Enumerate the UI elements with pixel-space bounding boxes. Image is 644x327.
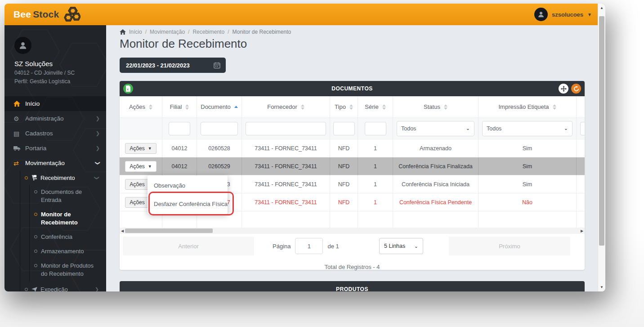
- refresh-button[interactable]: [571, 84, 581, 94]
- chevron-right-icon: ❯: [96, 145, 100, 151]
- home-icon: [13, 101, 25, 107]
- sort-icon: [149, 104, 152, 110]
- scroll-up-icon[interactable]: ▲: [598, 6, 605, 10]
- column-header-acoes[interactable]: Ações: [120, 96, 162, 118]
- table-header-row: Ações Filial Documento Fornecedor Tipo S…: [120, 96, 585, 118]
- column-header-tipo[interactable]: Tipo: [330, 96, 358, 118]
- app-header: BeeStock szsolucoes ▼: [4, 4, 605, 25]
- documents-panel-header: DOCUMENTOS x: [120, 81, 585, 96]
- exchange-arrows-icon: ⇄: [13, 160, 25, 167]
- sidebar-item-label: Recebimento: [40, 175, 75, 181]
- sidebar-item-label: Documentos de Entrada: [41, 188, 102, 204]
- pagination: Anterior Página de 1 5 Linhas ⌄ Próximo: [120, 234, 585, 261]
- sidebar-item-label: Monitor de Recebimento: [41, 211, 102, 227]
- scroll-left-icon[interactable]: ◀: [120, 229, 125, 233]
- filter-serie-input[interactable]: [365, 122, 386, 135]
- profile-branch: 04012 - CD Joinville / SC: [14, 70, 98, 76]
- sidebar-item-label: Início: [25, 100, 40, 107]
- gears-icon: ⚙: [13, 115, 25, 122]
- breadcrumb: Início / Movimentação / Recebimento / Mo…: [120, 29, 291, 35]
- context-menu-item-observacao[interactable]: Observação: [148, 176, 228, 195]
- send-icon: [31, 287, 37, 292]
- page-of-label: de 1: [327, 243, 339, 250]
- column-header-impressao-etiqueta[interactable]: Impressão Etiqueta: [479, 96, 577, 118]
- products-panel-header: PRODUTOS: [120, 281, 585, 291]
- date-range-picker[interactable]: 22/01/2023 - 21/02/2023: [120, 58, 226, 73]
- sidebar-item-movimentacao[interactable]: ⇄ Movimentação ❯: [4, 156, 106, 170]
- filter-filial-input[interactable]: [169, 122, 190, 135]
- beestock-logo: BeeStock: [13, 7, 80, 22]
- bullet-icon: [34, 235, 37, 238]
- filter-extra-input[interactable]: [580, 122, 585, 135]
- breadcrumb-separator: /: [228, 29, 229, 35]
- column-header-documento[interactable]: Documento: [197, 96, 242, 118]
- profile-company: SZ Soluções: [14, 60, 98, 67]
- filter-tipo-input[interactable]: [333, 122, 355, 135]
- scroll-down-icon[interactable]: ▼: [598, 285, 605, 289]
- sidebar-item-monitor-de-recebimento[interactable]: Monitor de Recebimento: [30, 207, 106, 230]
- sidebar-item-administracao[interactable]: ⚙ Administração ❯: [4, 111, 106, 126]
- breadcrumb-item[interactable]: Movimentação: [150, 29, 185, 35]
- sort-icon: [349, 104, 353, 110]
- excel-export-button[interactable]: x: [123, 84, 133, 94]
- sidebar: SZ Soluções 04012 - CD Joinville / SC Pe…: [4, 25, 106, 291]
- column-header-serie[interactable]: Série: [358, 96, 393, 118]
- profile-avatar: [14, 37, 31, 54]
- sidebar-item-conferencia[interactable]: Conferência: [30, 230, 106, 244]
- column-header-status[interactable]: Status: [393, 96, 479, 118]
- sidebar-item-armazenamento[interactable]: Armazenamento: [30, 244, 106, 259]
- home-icon: [120, 29, 126, 35]
- desktop-background: BeeStock szsolucoes ▼: [0, 0, 644, 327]
- page-number-input[interactable]: [295, 238, 323, 254]
- breadcrumb-item[interactable]: Recebimento: [192, 29, 224, 35]
- filter-fornecedor-input[interactable]: [246, 122, 326, 135]
- page-title: Monitor de Recebimento: [120, 37, 247, 51]
- lines-per-page-select[interactable]: 5 Linhas ⌄: [379, 238, 423, 254]
- sidebar-item-label: Cadastros: [25, 130, 53, 137]
- sidebar-item-documentos-de-entrada[interactable]: Documentos de Entrada: [30, 185, 106, 207]
- breadcrumb-separator: /: [145, 29, 147, 35]
- total-records-label: Total de Registros - 4: [120, 261, 585, 270]
- user-menu[interactable]: szsolucoes ▼: [534, 8, 592, 21]
- sidebar-item-portaria[interactable]: Portaria ❯: [4, 141, 106, 156]
- caret-down-icon: ⌄: [414, 243, 418, 249]
- sidebar-menu: Início ⚙ Administração ❯ ▤ Cadastros ❯ P…: [4, 96, 106, 291]
- vertical-scrollbar[interactable]: ▲ ▼: [598, 4, 605, 291]
- acoes-button-open[interactable]: Ações▼: [125, 161, 156, 172]
- sidebar-item-label: Monitor de Produtos do Recebimento: [41, 262, 102, 278]
- column-header-filial[interactable]: Filial: [162, 96, 197, 118]
- documents-panel: DOCUMENTOS x Ações Filial Docume: [120, 81, 585, 270]
- bullet-icon: [34, 213, 37, 216]
- acoes-context-menu: Observação Desfazer Conferência Física: [148, 175, 228, 214]
- breadcrumb-current: Monitor de Recebimento: [232, 29, 291, 35]
- table-row-selected[interactable]: Ações▼ 04012 0260529 73411 - FORNEC_7341…: [120, 157, 585, 175]
- sidebar-item-cadastros[interactable]: ▤ Cadastros ❯: [4, 126, 106, 141]
- breadcrumb-item[interactable]: Início: [129, 29, 142, 35]
- table-filter-row: Todos⌄ Todos⌄: [120, 118, 585, 139]
- sidebar-item-label: Administração: [25, 115, 64, 122]
- context-menu-item-desfazer-conferencia[interactable]: Desfazer Conferência Física: [148, 195, 228, 213]
- table-row[interactable]: Ações▼ 04012 0260528 73411 - FORNEC_7341…: [120, 139, 585, 157]
- column-header-fornecedor[interactable]: Fornecedor: [242, 96, 330, 118]
- horizontal-scrollbar[interactable]: ◀ ▶: [120, 228, 585, 234]
- filter-etiqueta-select[interactable]: Todos⌄: [482, 121, 572, 136]
- column-header-extra: [577, 96, 585, 118]
- acoes-button[interactable]: Ações▼: [125, 143, 156, 154]
- breadcrumb-separator: /: [188, 29, 189, 35]
- sidebar-item-monitor-de-produtos[interactable]: Monitor de Produtos do Recebimento: [30, 259, 106, 281]
- next-page-button[interactable]: Próximo: [449, 237, 570, 255]
- move-panel-button[interactable]: [559, 84, 568, 94]
- filter-status-select[interactable]: Todos⌄: [397, 121, 474, 136]
- sidebar-item-recebimento[interactable]: Recebimento ❯: [20, 170, 106, 185]
- sidebar-item-expedicao[interactable]: Expedição ❯: [20, 282, 106, 291]
- caret-down-icon: ▼: [148, 146, 152, 151]
- sidebar-item-inicio[interactable]: Início: [4, 96, 106, 111]
- dolly-icon: [31, 175, 37, 180]
- user-avatar: [534, 8, 548, 21]
- date-range-value: 22/01/2023 - 21/02/2023: [126, 62, 190, 69]
- previous-page-button[interactable]: Anterior: [123, 237, 254, 255]
- horizontal-scrollbar-thumb[interactable]: [125, 228, 213, 233]
- filter-documento-input[interactable]: [201, 122, 238, 135]
- vertical-scrollbar-thumb[interactable]: [599, 16, 604, 246]
- scroll-right-icon[interactable]: ▶: [579, 229, 585, 233]
